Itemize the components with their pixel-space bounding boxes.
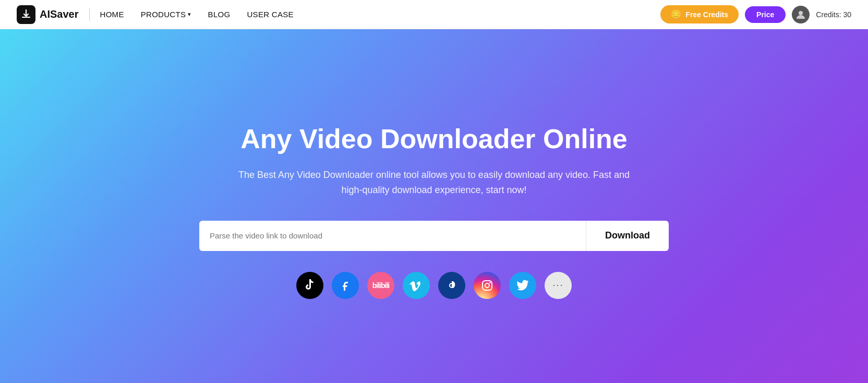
logo[interactable]: AISaver [17, 5, 79, 24]
free-credits-button[interactable]: 🪙 Free Credits [660, 5, 739, 23]
more-icon[interactable]: ··· [545, 272, 572, 299]
download-button[interactable]: Download [586, 221, 669, 251]
navbar-right: 🪙 Free Credits Price Credits: 30 [660, 5, 851, 23]
nav-user-case[interactable]: USER CASE [247, 10, 293, 19]
logo-icon [17, 5, 35, 24]
social-icons-row: bilibili [296, 272, 572, 299]
vimeo-icon[interactable] [403, 272, 430, 299]
price-button[interactable]: Price [745, 6, 786, 23]
nav-products[interactable]: PRODUCTS ▾ [141, 10, 191, 19]
svg-point-0 [799, 11, 803, 15]
navbar: AISaver HOME PRODUCTS ▾ BLOG USER CASE 🪙… [0, 0, 868, 29]
chevron-down-icon: ▾ [188, 11, 191, 18]
search-bar: Download [199, 221, 669, 251]
nav-home[interactable]: HOME [100, 10, 124, 19]
svg-point-2 [485, 283, 489, 288]
dailymotion-icon[interactable] [438, 272, 465, 299]
hero-subtitle: The Best Any Video Downloader online too… [231, 167, 637, 198]
logo-text: AISaver [40, 8, 79, 20]
facebook-icon[interactable] [332, 272, 359, 299]
bilibili-icon[interactable]: bilibili [367, 272, 394, 299]
avatar[interactable] [792, 6, 810, 23]
instagram-icon[interactable] [474, 272, 501, 299]
hero-title: Any Video Downloader Online [240, 124, 628, 155]
twitter-icon[interactable] [509, 272, 536, 299]
nav-links: HOME PRODUCTS ▾ BLOG USER CASE [100, 10, 294, 19]
search-input[interactable] [199, 221, 586, 251]
tiktok-icon[interactable] [296, 272, 323, 299]
svg-point-3 [489, 282, 491, 283]
coin-icon: 🪙 [671, 9, 681, 19]
nav-divider [89, 8, 90, 21]
nav-blog[interactable]: BLOG [208, 10, 231, 19]
hero-section: Any Video Downloader Online The Best Any… [0, 29, 868, 383]
credits-count: Credits: 30 [816, 10, 851, 19]
